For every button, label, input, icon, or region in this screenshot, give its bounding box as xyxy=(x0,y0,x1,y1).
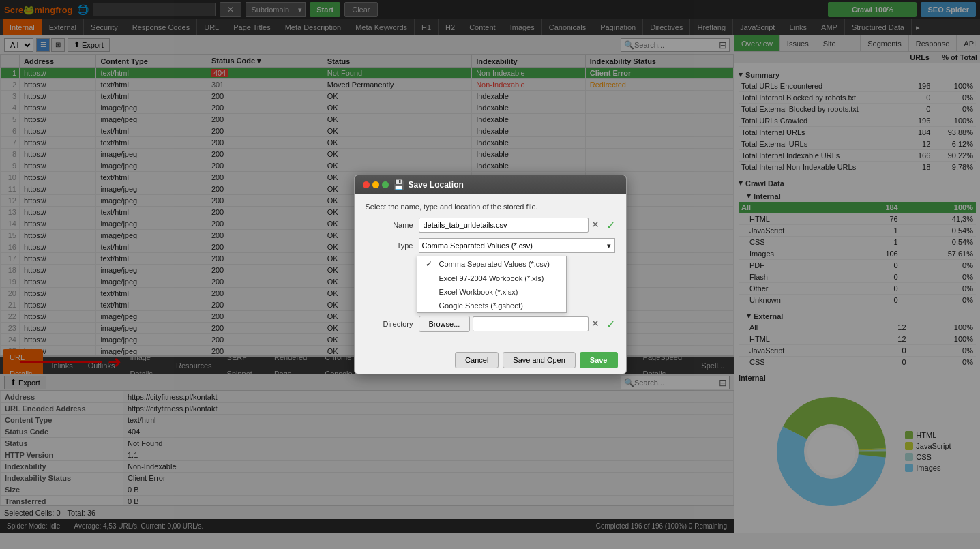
dd-xlsx-label: Excel Workbook (*.xlsx) xyxy=(439,288,518,296)
dialog-save-icon: 💾 xyxy=(393,179,404,190)
dialog-directory-input[interactable] xyxy=(473,316,588,331)
dialog-name-ok-icon: ✓ xyxy=(606,219,615,232)
dot-red xyxy=(363,181,370,188)
dialog-title: Save Location xyxy=(409,180,464,190)
dialog-dir-ok-icon: ✓ xyxy=(606,318,615,331)
dialog-header: 💾 Save Location xyxy=(355,175,626,194)
dd-csv-label: Comma Separated Values (*.csv) xyxy=(439,260,550,268)
dialog-name-row: Name ✕ ✓ xyxy=(366,218,615,233)
dd-gsheet[interactable]: Google Sheets (*.gsheet) xyxy=(417,299,566,312)
dd-csv[interactable]: ✓ Comma Separated Values (*.csv) xyxy=(417,256,566,271)
dialog-type-select[interactable]: Comma Separated Values (*.csv) Excel 97-… xyxy=(419,238,615,253)
dialog-type-label: Type xyxy=(366,241,413,250)
dialog-name-input[interactable] xyxy=(419,218,589,233)
dd-csv-check: ✓ xyxy=(426,259,435,269)
dot-green xyxy=(382,181,389,188)
type-dropdown: ✓ Comma Separated Values (*.csv) Excel 9… xyxy=(417,256,567,313)
dialog-overlay: 💾 Save Location Select the name, type an… xyxy=(0,0,980,549)
dialog-directory-label: Directory xyxy=(366,320,413,328)
save-dialog: 💾 Save Location Select the name, type an… xyxy=(354,175,627,374)
dialog-footer: Cancel Save and Open Save xyxy=(355,346,626,374)
dialog-dir-clear-icon[interactable]: ✕ xyxy=(591,318,604,330)
dd-xlsx[interactable]: Excel Workbook (*.xlsx) xyxy=(417,285,566,299)
browse-button[interactable]: Browse... xyxy=(419,316,471,332)
dialog-body: Select the name, type and location of th… xyxy=(355,194,626,346)
dd-gsheet-label: Google Sheets (*.gsheet) xyxy=(439,301,524,310)
dialog-type-select-wrap: Comma Separated Values (*.csv) Excel 97-… xyxy=(419,238,615,253)
dialog-directory-row: Directory Browse... ✕ ✓ xyxy=(366,316,615,332)
dialog-name-input-wrap: ✕ ✓ xyxy=(419,218,615,233)
dialog-dots xyxy=(363,181,389,188)
dialog-description: Select the name, type and location of th… xyxy=(366,203,615,211)
dot-yellow xyxy=(372,181,379,188)
cancel-button[interactable]: Cancel xyxy=(455,352,499,368)
dialog-name-clear-icon[interactable]: ✕ xyxy=(591,219,604,231)
save-button[interactable]: Save xyxy=(580,352,618,368)
dd-xls-label: Excel 97-2004 Workbook (*.xls) xyxy=(439,274,544,282)
dialog-name-label: Name xyxy=(366,221,413,229)
dialog-type-row: Type Comma Separated Values (*.csv) Exce… xyxy=(366,238,615,253)
dialog-directory-wrap: Browse... ✕ ✓ xyxy=(419,316,615,332)
dd-xls[interactable]: Excel 97-2004 Workbook (*.xls) xyxy=(417,271,566,285)
save-and-open-button[interactable]: Save and Open xyxy=(503,352,575,368)
